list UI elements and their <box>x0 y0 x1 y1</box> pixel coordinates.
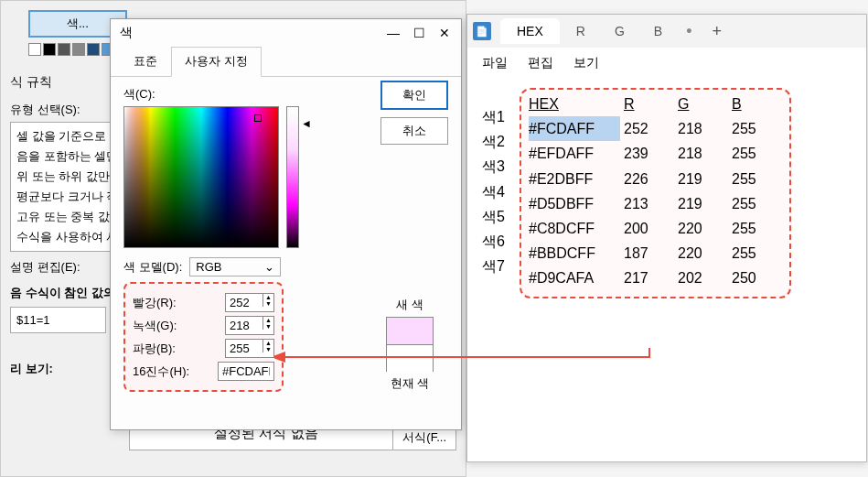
dialog-title: 색 <box>120 25 133 41</box>
maximize-icon[interactable]: ☐ <box>412 26 426 40</box>
list-item[interactable]: 음을 포함하는 셀만 <box>11 146 110 167</box>
cell-b: 250 <box>732 266 782 290</box>
notepad-content[interactable]: HEX R G B #FCDAFF252218255#EFDAFF2392182… <box>467 79 866 308</box>
notepad-window: 📄 HEX R G B • + 파일 편집 보기 HEX R G B #FCDA… <box>466 14 867 462</box>
green-label: 녹색(G): <box>133 318 177 334</box>
close-icon[interactable]: ✕ <box>437 26 452 40</box>
red-input[interactable] <box>226 294 263 311</box>
cell-b: 255 <box>732 191 782 216</box>
cell-g: 220 <box>678 216 728 241</box>
spin-up-icon[interactable]: ▲ <box>263 294 273 300</box>
list-item[interactable]: 수식을 사용하여 서식 <box>11 227 110 247</box>
color-table-highlight: HEX R G B #FCDAFF252218255#EFDAFF2392182… <box>520 88 791 298</box>
cell-hex: #FCDAFF <box>529 116 620 141</box>
tab-custom[interactable]: 사용자 지정 <box>171 47 262 77</box>
table-row: #BBDCFF187220255 <box>529 241 782 266</box>
blue-input[interactable] <box>226 340 263 357</box>
blue-label: 파랑(B): <box>133 341 176 357</box>
green-input[interactable] <box>226 317 263 334</box>
swatch[interactable] <box>87 43 100 56</box>
slider-indicator-icon: ◄ <box>301 117 312 130</box>
row-label: 색6 <box>482 229 523 254</box>
notepad-app-icon: 📄 <box>473 22 491 40</box>
tab-standard[interactable]: 표준 <box>120 47 171 76</box>
table-row: #FCDAFF252218255 <box>529 116 782 141</box>
table-row: #D5DBFF213219255 <box>529 191 782 216</box>
spin-down-icon[interactable]: ▼ <box>263 323 273 330</box>
menu-edit[interactable]: 편집 <box>528 55 553 71</box>
green-spinner[interactable]: ▲▼ <box>225 316 274 335</box>
table-row: #E2DBFF226219255 <box>529 167 782 191</box>
minimize-icon[interactable]: — <box>386 26 401 40</box>
cell-hex: #EFDAFF <box>529 141 620 166</box>
lightness-slider[interactable] <box>286 106 299 248</box>
notepad-menubar: 파일 편집 보기 <box>467 48 866 79</box>
new-color-swatch <box>387 318 433 345</box>
list-item[interactable]: 고유 또는 중복 값만 <box>11 207 110 227</box>
list-item[interactable]: 셀 값을 기준으로 모 <box>11 126 110 146</box>
formula-input[interactable]: $11=1 <box>10 307 106 333</box>
spin-up-icon[interactable]: ▲ <box>263 340 273 346</box>
cell-r: 200 <box>624 216 674 241</box>
cell-hex: #E2DBFF <box>529 167 620 191</box>
new-color-label: 새 색 <box>386 297 434 313</box>
row-label: 색3 <box>482 154 523 179</box>
spin-up-icon[interactable]: ▲ <box>263 317 273 323</box>
notepad-tabs: 📄 HEX R G B • + <box>467 15 866 48</box>
chevron-down-icon: ⌄ <box>264 260 274 274</box>
col-header-hex: HEX <box>529 92 620 116</box>
cell-hex: #D5DBFF <box>529 191 620 216</box>
current-color-label: 현재 색 <box>386 375 434 392</box>
menu-view[interactable]: 보기 <box>573 55 599 71</box>
dialog-tabs: 표준 사용자 지정 <box>111 47 461 77</box>
list-item[interactable]: 평균보다 크거나 작은 <box>11 187 110 207</box>
col-header-r: R <box>624 92 674 116</box>
list-item[interactable]: 위 또는 하위 값만 <box>11 167 110 187</box>
swatch[interactable] <box>72 43 85 56</box>
unsaved-indicator-icon: • <box>679 22 699 41</box>
spectrum-crosshair <box>254 114 262 122</box>
cell-g: 218 <box>678 116 728 141</box>
swatch[interactable] <box>43 43 56 56</box>
swatch[interactable] <box>28 43 41 56</box>
cell-g: 202 <box>678 266 728 290</box>
color-preview <box>386 317 434 372</box>
blue-spinner[interactable]: ▲▼ <box>225 339 274 358</box>
col-header-b: B <box>732 92 782 116</box>
cell-r: 239 <box>624 141 674 166</box>
hex-input[interactable] <box>218 362 274 381</box>
tab-r[interactable]: R <box>563 18 598 44</box>
cell-r: 252 <box>624 116 674 141</box>
swatch[interactable] <box>58 43 70 56</box>
current-color-swatch <box>387 345 433 373</box>
dialog-titlebar: 색 — ☐ ✕ <box>111 19 461 47</box>
color-model-label: 색 모델(D): <box>123 259 182 276</box>
rule-type-list[interactable]: 셀 값을 기준으로 모 음을 포함하는 셀만 위 또는 하위 값만 평균보다 크… <box>10 122 111 252</box>
col-header-g: G <box>678 92 728 116</box>
red-spinner[interactable]: ▲▼ <box>225 293 274 312</box>
cell-r: 213 <box>624 191 674 216</box>
spin-down-icon[interactable]: ▼ <box>263 300 273 307</box>
tab-hex[interactable]: HEX <box>500 18 560 44</box>
color-model-select[interactable]: RGB ⌄ <box>189 257 281 276</box>
cell-r: 217 <box>624 266 674 290</box>
row-label: 색5 <box>482 204 523 229</box>
tab-b[interactable]: B <box>641 18 675 44</box>
cell-hex: #D9CAFA <box>529 266 620 290</box>
cell-b: 255 <box>732 167 782 191</box>
color-spectrum[interactable] <box>123 106 279 248</box>
cell-b: 255 <box>732 241 782 266</box>
rgb-inputs-highlight: 빨강(R): ▲▼ 녹색(G): ▲▼ 파랑(B): ▲▼ <box>123 282 284 392</box>
cell-hex: #C8DCFF <box>529 216 620 241</box>
row-label: 색2 <box>482 129 523 154</box>
menu-file[interactable]: 파일 <box>482 55 508 71</box>
cell-g: 220 <box>678 241 728 266</box>
tab-g[interactable]: G <box>602 18 638 44</box>
color-picker-dialog: 색 — ☐ ✕ 표준 사용자 지정 확인 취소 색(C): ◄ 색 모델(D):… <box>110 18 462 430</box>
cell-g: 219 <box>678 191 728 216</box>
spin-down-icon[interactable]: ▼ <box>263 346 273 352</box>
hex-label: 16진수(H): <box>133 363 189 380</box>
new-tab-button[interactable]: + <box>702 22 731 41</box>
cell-b: 255 <box>732 141 782 166</box>
table-row: #C8DCFF200220255 <box>529 216 782 241</box>
